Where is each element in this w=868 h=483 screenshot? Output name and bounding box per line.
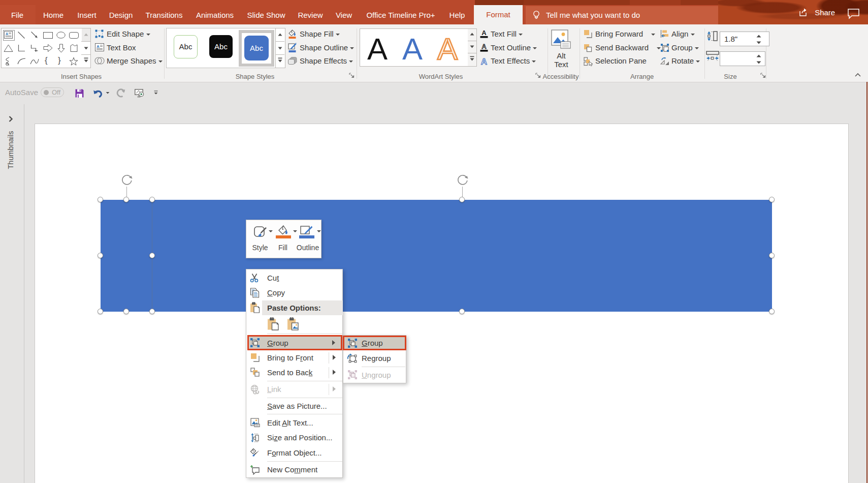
svg-text:A: A xyxy=(437,32,458,64)
svg-text:A: A xyxy=(481,43,487,50)
svg-text:A: A xyxy=(481,29,487,37)
svg-text:A: A xyxy=(6,32,8,36)
svg-text:A: A xyxy=(402,32,423,64)
svg-text:A: A xyxy=(97,44,100,49)
svg-text:A: A xyxy=(367,32,388,64)
svg-text:A: A xyxy=(481,57,487,66)
